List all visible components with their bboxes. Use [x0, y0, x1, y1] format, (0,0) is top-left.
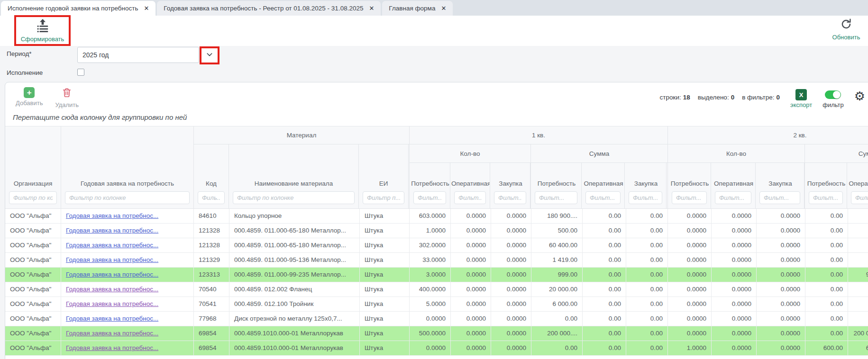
annual-request-link[interactable]: Годовая заявка на потребнос... — [66, 326, 189, 340]
cell-value[interactable]: 0.00 — [626, 312, 668, 326]
cell-value[interactable] — [848, 282, 868, 296]
column-header-Закупка[interactable]: Закупка — [625, 163, 667, 208]
cell-value[interactable]: 0.0000 — [451, 297, 491, 311]
cell-value[interactable]: 0.0000 — [757, 224, 805, 238]
cell-code[interactable]: 121328 — [194, 238, 229, 252]
annual-request-link[interactable]: Годовая заявка на потребнос... — [66, 297, 189, 311]
group-header-quarter[interactable]: 1 кв. — [410, 126, 667, 144]
cell-unit[interactable]: Штука — [360, 297, 410, 311]
cell-value[interactable]: 0.00 — [805, 282, 848, 296]
cell-value[interactable]: 0.00 — [626, 224, 668, 238]
column-header-Потребность[interactable]: Потребность — [410, 163, 450, 208]
cell-value[interactable] — [848, 224, 868, 238]
cell-org[interactable]: ООО "Альфа" — [5, 341, 61, 355]
cell-value[interactable]: 0.0000 — [451, 312, 491, 326]
execution-checkbox[interactable] — [77, 69, 84, 76]
filter-toggle[interactable]: фильтр — [822, 89, 843, 108]
close-icon[interactable]: ✕ — [144, 5, 149, 12]
filter-input[interactable] — [233, 191, 355, 204]
cell-value[interactable]: 0.0000 — [491, 268, 531, 282]
cell-value[interactable]: 0.0000 — [712, 282, 757, 296]
cell-value[interactable]: 0.00 — [626, 341, 668, 355]
column-header-Наименование материала[interactable]: Наименование материала — [229, 144, 359, 208]
cell-value[interactable]: 0.0000 — [451, 341, 491, 355]
cell-value[interactable]: 3.0000 — [410, 268, 451, 282]
cell-value[interactable]: 999.00 — [531, 268, 583, 282]
cell-value[interactable]: 0.00 — [626, 268, 668, 282]
cell-value[interactable]: 0.00 — [583, 341, 626, 355]
cell-value[interactable]: 0.00 — [626, 238, 668, 252]
cell-value[interactable]: 302.0000 — [410, 238, 451, 252]
filter-input[interactable] — [454, 191, 486, 204]
filter-input[interactable] — [672, 191, 707, 204]
cell-code[interactable]: 70541 — [194, 297, 229, 311]
toggle-switch-on[interactable] — [825, 90, 841, 99]
cell-value[interactable]: 0.0000 — [757, 312, 805, 326]
cell-value[interactable]: 0.00 — [583, 268, 626, 282]
cell-request[interactable]: Годовая заявка на потребнос... — [61, 297, 194, 311]
cell-value[interactable]: 0.0000 — [491, 297, 531, 311]
cell-value[interactable]: 0.0000 — [712, 312, 757, 326]
cell-value[interactable]: 0.00 — [583, 297, 626, 311]
cell-value[interactable]: 600.00 — [805, 341, 848, 355]
cell-material-name[interactable]: 000.4859. 011.000-95-136 Металлор... — [229, 253, 360, 267]
filter-input[interactable] — [585, 191, 621, 204]
cell-value[interactable]: 0.0000 — [668, 326, 712, 341]
period-input[interactable] — [77, 47, 199, 63]
cell-request[interactable]: Годовая заявка на потребнос... — [61, 238, 194, 252]
cell-value[interactable]: 0.00 — [626, 282, 668, 296]
cell-request[interactable]: Годовая заявка на потребнос... — [61, 312, 194, 326]
cell-value[interactable]: 200 000.00 — [848, 326, 868, 341]
cell-value[interactable]: 600.00 — [848, 341, 868, 355]
cell-value[interactable]: 0.0000 — [451, 268, 491, 282]
cell-value[interactable]: 0.00 — [583, 238, 626, 252]
cell-value[interactable]: 0.0000 — [757, 209, 805, 223]
close-icon[interactable]: ✕ — [369, 5, 374, 12]
annual-request-link[interactable]: Годовая заявка на потребнос... — [66, 341, 189, 355]
table-row[interactable]: ООО "Альфа"Годовая заявка на потребнос..… — [5, 268, 868, 282]
group-by-drop-zone[interactable]: Перетащите сюда колонку для группировки … — [5, 109, 868, 126]
cell-value[interactable]: 0.00 — [626, 326, 668, 341]
cell-value[interactable] — [848, 209, 868, 223]
subgroup-header[interactable]: Сумма — [805, 144, 868, 163]
annual-request-link[interactable]: Годовая заявка на потребнос... — [66, 268, 189, 281]
cell-org[interactable]: ООО "Альфа" — [5, 238, 61, 252]
cell-unit[interactable]: Штука — [360, 282, 410, 296]
table-row[interactable]: ООО "Альфа"Годовая заявка на потребнос..… — [5, 224, 868, 238]
cell-value[interactable]: 0.0000 — [451, 282, 491, 296]
cell-value[interactable]: 0.00 — [805, 326, 848, 341]
delete-button[interactable]: Удалить — [55, 87, 79, 108]
cell-value[interactable]: 0.0000 — [757, 341, 805, 355]
cell-value[interactable] — [848, 253, 868, 267]
cell-value[interactable]: 200 000.... — [531, 326, 583, 341]
cell-value[interactable]: 0.00 — [805, 312, 848, 326]
cell-value[interactable]: 0.0000 — [712, 253, 757, 267]
cell-value[interactable]: 0.0000 — [451, 224, 491, 238]
cell-value[interactable] — [848, 312, 868, 326]
add-button[interactable]: + Добавить — [16, 87, 43, 108]
cell-code[interactable]: 84610 — [194, 209, 229, 223]
cell-value[interactable]: 0.0000 — [668, 297, 712, 311]
annual-request-link[interactable]: Годовая заявка на потребнос... — [66, 238, 189, 252]
column-header-Оперативная[interactable]: Оперативная — [450, 163, 490, 208]
cell-value[interactable]: 400.0000 — [410, 282, 451, 296]
cell-value[interactable]: 0.0000 — [712, 268, 757, 282]
cell-value[interactable]: 0.00 — [626, 253, 668, 267]
cell-value[interactable]: 0.00 — [531, 341, 583, 355]
cell-value[interactable]: 0.0000 — [491, 326, 531, 341]
cell-value[interactable]: 5.0000 — [410, 297, 451, 311]
annual-request-link[interactable]: Годовая заявка на потребнос... — [66, 253, 189, 267]
cell-code[interactable]: 121328 — [194, 224, 229, 238]
annual-request-link[interactable]: Годовая заявка на потребнос... — [66, 209, 189, 223]
cell-value[interactable]: 0.0000 — [712, 341, 757, 355]
cell-value[interactable]: 0.0000 — [491, 209, 531, 223]
cell-request[interactable]: Годовая заявка на потребнос... — [61, 253, 194, 267]
cell-value[interactable]: 0.0000 — [668, 312, 712, 326]
cell-value[interactable]: 0.0000 — [491, 312, 531, 326]
cell-value[interactable]: 0.0000 — [451, 253, 491, 267]
table-row[interactable]: ООО "Альфа"Годовая заявка на потребнос..… — [5, 297, 868, 312]
table-row[interactable]: ООО "Альфа"Годовая заявка на потребнос..… — [5, 282, 868, 297]
subgroup-header[interactable]: Кол-во — [410, 144, 530, 163]
annual-request-link[interactable]: Годовая заявка на потребнос... — [66, 282, 189, 296]
cell-code[interactable]: 69854 — [194, 341, 229, 355]
